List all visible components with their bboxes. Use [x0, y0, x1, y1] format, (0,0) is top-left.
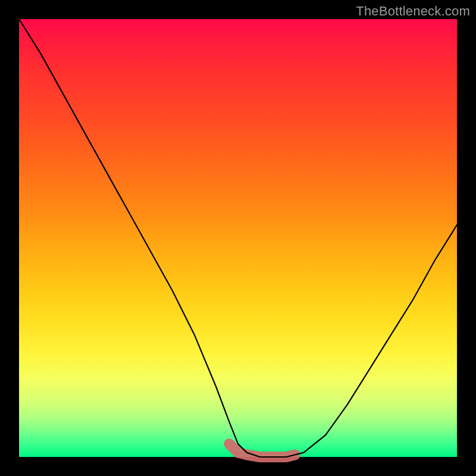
bottleneck-curve — [19, 19, 457, 457]
plot-area — [19, 19, 457, 457]
chart-frame: TheBottleneck.com — [0, 0, 476, 476]
watermark-text: TheBottleneck.com — [356, 4, 470, 19]
curve-svg — [19, 19, 457, 457]
